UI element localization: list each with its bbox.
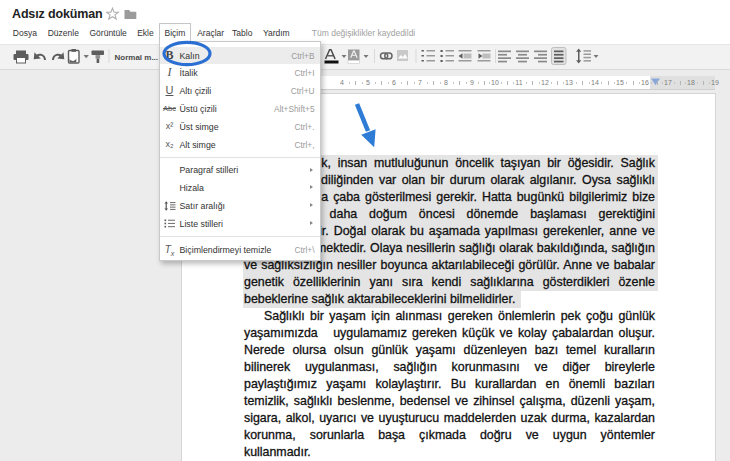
svg-text:Normal m...: Normal m... bbox=[115, 53, 159, 62]
